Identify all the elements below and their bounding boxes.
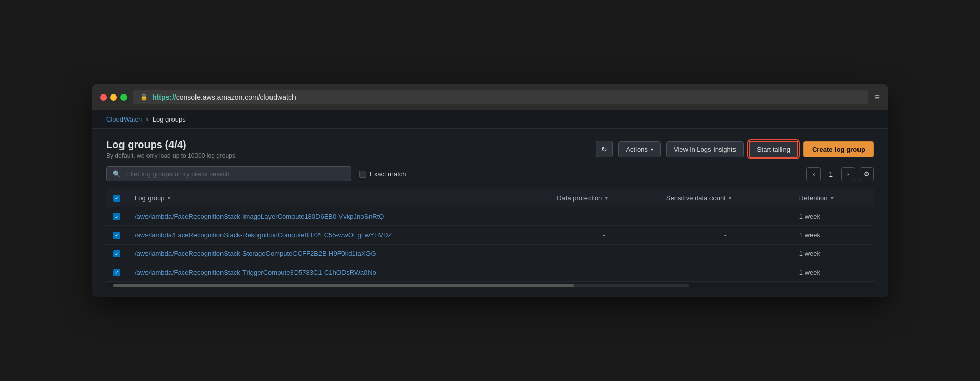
- url-https: https://: [152, 93, 176, 101]
- row-log-group: /aws/lambda/FaceRecognitionStack-ImageLa…: [128, 207, 550, 226]
- row-retention: 1 week: [792, 244, 874, 263]
- sensitive-data-count-header: Sensitive data count ▼: [666, 194, 733, 202]
- row-checkbox-cell[interactable]: ✓: [106, 226, 128, 245]
- prev-page-button[interactable]: ‹: [806, 167, 821, 181]
- search-filter-row: 🔍 Exact match ‹ 1 › ⚙: [106, 166, 874, 181]
- exact-match-checkbox[interactable]: [359, 171, 366, 178]
- log-group-link[interactable]: /aws/lambda/FaceRecognitionStack-Rekogni…: [135, 231, 392, 239]
- view-logs-insights-button[interactable]: View in Logs Insights: [666, 141, 744, 157]
- row-checkbox[interactable]: ✓: [113, 232, 120, 239]
- th-select-all[interactable]: ✓: [106, 188, 128, 207]
- sensitive-count-filter-icon[interactable]: ▼: [728, 195, 733, 201]
- close-button[interactable]: [100, 94, 107, 101]
- exact-match-text: Exact match: [370, 170, 406, 178]
- row-checkbox-cell[interactable]: ✓: [106, 244, 128, 263]
- row-checkbox[interactable]: ✓: [113, 269, 120, 276]
- row-log-group: /aws/lambda/FaceRecognitionStack-Trigger…: [128, 263, 550, 282]
- row-checkbox[interactable]: ✓: [113, 213, 120, 220]
- page-subtitle: By default, we only load up to 10000 log…: [106, 152, 237, 159]
- horizontal-scrollbar[interactable]: [106, 283, 874, 287]
- row-checkbox[interactable]: ✓: [113, 250, 120, 257]
- browser-menu-icon[interactable]: ≡: [874, 92, 880, 103]
- next-page-button[interactable]: ›: [841, 167, 855, 181]
- table-row: ✓ /aws/lambda/FaceRecognitionStack-Stora…: [106, 244, 874, 263]
- aws-content: CloudWatch › Log groups Log groups (4/4)…: [92, 110, 888, 297]
- th-sensitive-data-count: Sensitive data count ▼: [659, 188, 792, 207]
- actions-dropdown-arrow: ▾: [651, 147, 653, 152]
- breadcrumb-separator: ›: [146, 115, 148, 123]
- row-retention: 1 week: [792, 263, 874, 282]
- row-sensitive-data-count: -: [659, 263, 792, 282]
- th-data-protection: Data protection ▼: [550, 188, 659, 207]
- traffic-lights: [100, 94, 127, 101]
- page-title: Log groups (4/4): [106, 139, 237, 151]
- lock-icon: 🔒: [140, 93, 148, 101]
- data-protection-filter-icon[interactable]: ▼: [604, 195, 609, 201]
- search-input[interactable]: [125, 170, 345, 178]
- row-checkbox-cell[interactable]: ✓: [106, 207, 128, 226]
- minimize-button[interactable]: [110, 94, 117, 101]
- table-row: ✓ /aws/lambda/FaceRecognitionStack-Trigg…: [106, 263, 874, 282]
- scrollbar-track: [113, 284, 689, 287]
- row-retention: 1 week: [792, 207, 874, 226]
- row-sensitive-data-count: -: [659, 226, 792, 245]
- log-groups-table: ✓ Log group ▼ Data protection ▼: [106, 188, 874, 282]
- log-group-filter-icon[interactable]: ▼: [167, 195, 172, 201]
- address-bar[interactable]: 🔒 https://console.aws.amazon.com/cloudwa…: [133, 90, 868, 104]
- retention-filter-icon[interactable]: ▼: [829, 195, 835, 201]
- browser-chrome: 🔒 https://console.aws.amazon.com/cloudwa…: [92, 84, 888, 110]
- pagination-controls: ‹ 1 › ⚙: [806, 167, 874, 181]
- data-protection-header: Data protection ▼: [557, 194, 609, 202]
- page-number: 1: [825, 170, 837, 178]
- retention-header: Retention ▼: [799, 194, 835, 202]
- url-domain: console.aws.amazon.com/cloudwatch: [176, 93, 296, 101]
- refresh-button[interactable]: ↻: [596, 141, 613, 157]
- breadcrumb-bar: CloudWatch › Log groups: [92, 110, 888, 129]
- table-row: ✓ /aws/lambda/FaceRecognitionStack-Image…: [106, 207, 874, 226]
- maximize-button[interactable]: [120, 94, 127, 101]
- row-data-protection: -: [550, 244, 659, 263]
- row-data-protection: -: [550, 207, 659, 226]
- page-title-section: Log groups (4/4) By default, we only loa…: [106, 139, 237, 159]
- toolbar-actions: ↻ Actions ▾ View in Logs Insights Start …: [596, 141, 874, 158]
- search-icon: 🔍: [113, 170, 121, 178]
- row-data-protection: -: [550, 263, 659, 282]
- table-row: ✓ /aws/lambda/FaceRecognitionStack-Rekog…: [106, 226, 874, 245]
- url-text: https://console.aws.amazon.com/cloudwatc…: [152, 93, 296, 101]
- th-log-group: Log group ▼: [128, 188, 550, 207]
- actions-label: Actions: [626, 146, 648, 153]
- log-group-link[interactable]: /aws/lambda/FaceRecognitionStack-Trigger…: [135, 269, 376, 276]
- row-data-protection: -: [550, 226, 659, 245]
- log-group-link[interactable]: /aws/lambda/FaceRecognitionStack-ImageLa…: [135, 212, 384, 220]
- log-group-header: Log group ▼: [135, 194, 172, 202]
- exact-match-label[interactable]: Exact match: [359, 170, 406, 178]
- row-sensitive-data-count: -: [659, 207, 792, 226]
- row-sensitive-data-count: -: [659, 244, 792, 263]
- th-retention: Retention ▼: [792, 188, 874, 207]
- row-log-group: /aws/lambda/FaceRecognitionStack-Rekogni…: [128, 226, 550, 245]
- log-group-link[interactable]: /aws/lambda/FaceRecognitionStack-Storage…: [135, 250, 376, 257]
- browser-window: 🔒 https://console.aws.amazon.com/cloudwa…: [92, 84, 888, 297]
- scrollbar-thumb[interactable]: [113, 284, 574, 287]
- main-content: Log groups (4/4) By default, we only loa…: [92, 129, 888, 297]
- create-log-group-button[interactable]: Create log group: [803, 141, 874, 157]
- start-tailing-button[interactable]: Start tailing: [749, 141, 798, 158]
- page-header: Log groups (4/4) By default, we only loa…: [106, 139, 874, 159]
- breadcrumb-current: Log groups: [153, 115, 186, 123]
- table-header-row: ✓ Log group ▼ Data protection ▼: [106, 188, 874, 207]
- search-box: 🔍: [106, 166, 351, 181]
- row-checkbox-cell[interactable]: ✓: [106, 263, 128, 282]
- select-all-checkbox[interactable]: ✓: [113, 195, 120, 202]
- actions-button[interactable]: Actions ▾: [618, 141, 661, 157]
- row-retention: 1 week: [792, 226, 874, 245]
- breadcrumb-cloudwatch[interactable]: CloudWatch: [106, 115, 142, 123]
- table-settings-button[interactable]: ⚙: [860, 167, 874, 181]
- row-log-group: /aws/lambda/FaceRecognitionStack-Storage…: [128, 244, 550, 263]
